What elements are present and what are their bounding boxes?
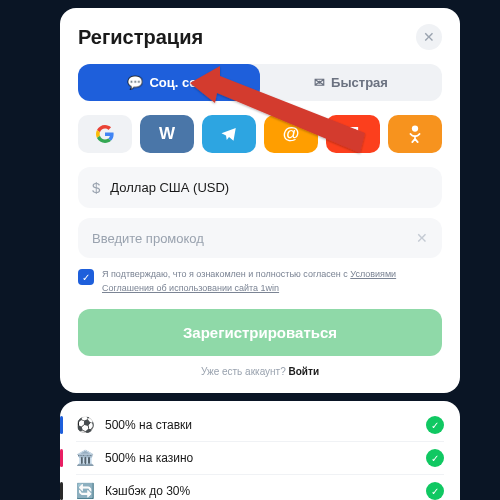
ok-icon (408, 125, 422, 143)
telegram-icon (220, 125, 238, 143)
bonuses-panel: ⚽ 500% на ставки ✓ 🏛️ 500% на казино ✓ 🔄… (60, 401, 460, 500)
promo-input[interactable] (92, 231, 406, 246)
tab-fast-label: Быстрая (331, 75, 388, 90)
casino-icon: 🏛️ (76, 449, 95, 467)
bonus-item[interactable]: 🏛️ 500% на казино ✓ (76, 442, 444, 475)
mailru-button[interactable]: @ (264, 115, 318, 153)
accent-bar (60, 416, 63, 434)
currency-select[interactable]: $ Доллар США (USD) (78, 167, 442, 208)
social-providers: W @ Я (78, 115, 442, 153)
soccer-icon: ⚽ (76, 416, 95, 434)
cashback-icon: 🔄 (76, 482, 95, 500)
tab-social[interactable]: 💬 Соц. сети (78, 64, 260, 101)
ok-button[interactable] (388, 115, 442, 153)
clear-icon[interactable]: ✕ (416, 230, 428, 246)
vk-button[interactable]: W (140, 115, 194, 153)
telegram-button[interactable] (202, 115, 256, 153)
terms-row: ✓ Я подтверждаю, что я ознакомлен и полн… (78, 268, 442, 295)
bonus-item[interactable]: ⚽ 500% на ставки ✓ (76, 409, 444, 442)
page-title: Регистрация (78, 26, 203, 49)
promo-field: ✕ (78, 218, 442, 258)
terms-checkbox[interactable]: ✓ (78, 269, 94, 285)
chat-icon: 💬 (127, 75, 143, 90)
registration-modal: Регистрация ✕ 💬 Соц. сети ✉ Быстрая W @ … (60, 8, 460, 393)
terms-text: Я подтверждаю, что я ознакомлен и полнос… (102, 268, 442, 295)
dollar-icon: $ (92, 179, 100, 196)
bonus-label: 500% на ставки (105, 418, 416, 432)
currency-label: Доллар США (USD) (110, 180, 428, 195)
mailru-icon: @ (283, 124, 300, 144)
yandex-button[interactable]: Я (326, 115, 380, 153)
close-button[interactable]: ✕ (416, 24, 442, 50)
accent-bar (60, 482, 63, 500)
login-row: Уже есть аккаунт? Войти (78, 366, 442, 377)
login-link[interactable]: Войти (289, 366, 320, 377)
auth-tabs: 💬 Соц. сети ✉ Быстрая (78, 64, 442, 101)
svg-point-0 (412, 125, 418, 131)
google-icon (96, 125, 114, 143)
google-button[interactable] (78, 115, 132, 153)
mail-icon: ✉ (314, 75, 325, 90)
register-button[interactable]: Зарегистрироваться (78, 309, 442, 356)
accent-bar (60, 449, 63, 467)
modal-header: Регистрация ✕ (78, 24, 442, 50)
check-badge: ✓ (426, 449, 444, 467)
tab-social-label: Соц. сети (149, 75, 210, 90)
vk-icon: W (159, 124, 175, 144)
bonus-label: Кэшбэк до 30% (105, 484, 416, 498)
bonus-label: 500% на казино (105, 451, 416, 465)
tab-fast[interactable]: ✉ Быстрая (260, 64, 442, 101)
yandex-icon: Я (347, 124, 359, 144)
bonus-item[interactable]: 🔄 Кэшбэк до 30% ✓ (76, 475, 444, 500)
check-badge: ✓ (426, 482, 444, 500)
check-badge: ✓ (426, 416, 444, 434)
